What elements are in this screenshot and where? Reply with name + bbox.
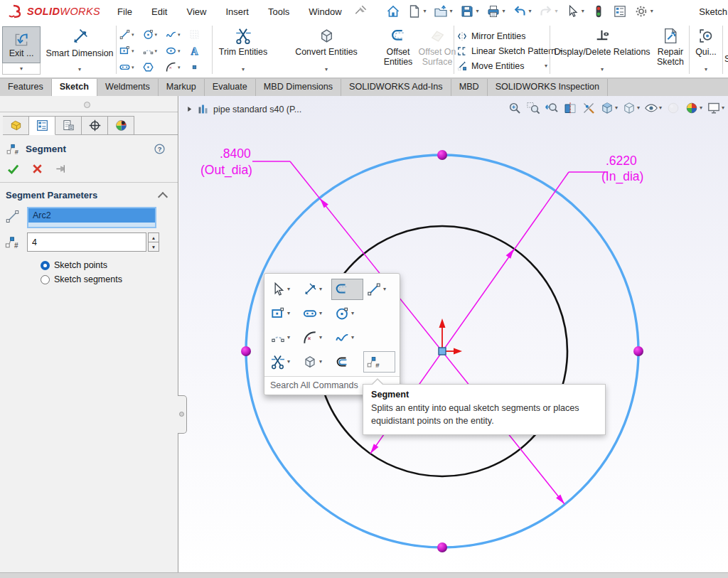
dropdown-arrow-icon[interactable]: ▾ bbox=[319, 359, 322, 365]
circle-tool-button[interactable]: ▾ bbox=[331, 303, 363, 324]
stepper-down-button[interactable]: ▼ bbox=[148, 242, 159, 252]
dynamic-annotation-views-button[interactable]: ▾ bbox=[580, 100, 597, 116]
circle-tool[interactable]: ▾ bbox=[142, 28, 166, 41]
dropdown-arrow-icon[interactable]: ▾ bbox=[615, 105, 618, 111]
offset-entities-tool-button[interactable]: ▾ bbox=[331, 279, 363, 300]
stepper-up-button[interactable]: ▲ bbox=[148, 232, 159, 242]
dropdown-arrow-icon[interactable]: ▾ bbox=[529, 9, 532, 14]
sketch-segments-radio[interactable]: Sketch segments bbox=[41, 274, 178, 284]
fillet-tool-button[interactable]: ▾ bbox=[299, 327, 331, 348]
section-view-button[interactable]: ▾ bbox=[562, 100, 579, 116]
insert-menu[interactable]: Insert bbox=[225, 6, 249, 17]
point-tool[interactable]: ▾ bbox=[188, 60, 212, 74]
ok-button[interactable] bbox=[6, 162, 20, 176]
slot-tool[interactable]: ▾ bbox=[119, 60, 142, 74]
display-delete-relations-dropdown[interactable]: ▾ bbox=[601, 67, 604, 74]
rectangle-tool-button[interactable]: ▾ bbox=[267, 303, 299, 324]
tab-sketch[interactable]: Sketch bbox=[52, 79, 97, 96]
file-menu[interactable]: File bbox=[117, 6, 132, 17]
text-tool[interactable]: A ▾ bbox=[188, 44, 212, 58]
previous-view-button[interactable]: ▾ bbox=[543, 100, 560, 116]
quick-snaps-button[interactable]: Qui... ▾ bbox=[691, 26, 721, 74]
undo-button[interactable]: ▾ bbox=[509, 3, 535, 20]
smart-dimension-tool-button[interactable]: ▾ bbox=[299, 279, 331, 300]
smart-dimension-dropdown[interactable]: ▾ bbox=[78, 67, 81, 74]
tab-features[interactable]: Features bbox=[0, 79, 52, 96]
print-button[interactable]: ▾ bbox=[483, 3, 509, 20]
rebuild-button[interactable]: ▾ bbox=[588, 3, 609, 20]
trim-entities-dropdown[interactable]: ▾ bbox=[242, 67, 245, 74]
dropdown-arrow-icon[interactable]: ▾ bbox=[132, 48, 134, 53]
quick-snaps-dropdown[interactable]: ▾ bbox=[705, 67, 707, 74]
dropdown-arrow-icon[interactable]: ▾ bbox=[178, 32, 181, 37]
expand-tree-icon[interactable] bbox=[186, 106, 193, 112]
arc-tool-button[interactable]: ▾ bbox=[267, 327, 299, 348]
dropdown-arrow-icon[interactable]: ▾ bbox=[287, 287, 290, 292]
feature-tree-flyout[interactable]: pipe standard s40 (P... bbox=[186, 103, 301, 115]
inner-diameter-name[interactable]: (In_dia) bbox=[601, 169, 643, 184]
apply-scene-button[interactable]: ▾ bbox=[683, 100, 704, 116]
exit-sketch-dropdown[interactable]: ▾ bbox=[2, 63, 41, 75]
dropdown-arrow-icon[interactable]: ▾ bbox=[287, 335, 290, 341]
spline-tool-button[interactable]: ▾ bbox=[331, 327, 363, 348]
move-entities-button[interactable]: Move Entities ▾ bbox=[456, 58, 547, 73]
exit-sketch-button[interactable]: Exit ... ▾ bbox=[2, 26, 41, 75]
segment-count-input[interactable] bbox=[27, 232, 146, 252]
line-tool[interactable]: ▾ bbox=[119, 28, 142, 41]
dropdown-arrow-icon[interactable]: ▾ bbox=[287, 359, 290, 365]
tab-solidworks-add-ins[interactable]: SOLIDWORKS Add-Ins bbox=[341, 79, 451, 96]
segment-parameters-section-header[interactable]: Segment Parameters bbox=[0, 183, 178, 205]
display-delete-relations-button[interactable]: Display/Delete Relations ▾ bbox=[552, 26, 653, 74]
view-settings-button[interactable]: ▾ bbox=[705, 100, 726, 116]
window-menu[interactable]: Window bbox=[309, 6, 341, 17]
line-tool-button[interactable]: ▾ bbox=[363, 279, 395, 300]
redo-button[interactable]: ▾ bbox=[535, 3, 562, 20]
dimxpertmanager-tab[interactable] bbox=[82, 116, 108, 135]
select-tool-button[interactable]: ▾ bbox=[267, 279, 299, 300]
save-button[interactable]: ▾ bbox=[456, 3, 483, 20]
dropdown-arrow-icon[interactable]: ▾ bbox=[319, 335, 322, 341]
graphics-viewport[interactable]: .8400 (Out_dia) .6220 (In_dia) pipe stan… bbox=[179, 96, 728, 572]
edit-menu[interactable]: Edit bbox=[151, 6, 167, 17]
cancel-button[interactable] bbox=[31, 162, 44, 176]
dropdown-arrow-icon[interactable]: ▾ bbox=[351, 335, 354, 341]
collapse-chevron-icon[interactable] bbox=[158, 191, 168, 201]
repair-sketch-button[interactable]: Repair Sketch bbox=[653, 26, 688, 74]
dropdown-arrow-icon[interactable]: ▾ bbox=[132, 32, 134, 37]
sketch-picture-tool[interactable]: ▾ bbox=[188, 28, 212, 41]
view-orientation-button[interactable]: ▾ bbox=[599, 100, 619, 116]
sketch-points-radio[interactable]: Sketch points bbox=[41, 260, 178, 270]
dropdown-arrow-icon[interactable]: ▾ bbox=[287, 311, 290, 316]
tab-markup[interactable]: Markup bbox=[159, 79, 205, 96]
featuremanager-tab[interactable] bbox=[3, 116, 29, 135]
view-menu[interactable]: View bbox=[186, 6, 206, 17]
dropdown-arrow-icon[interactable]: ▾ bbox=[476, 9, 479, 14]
dropdown-arrow-icon[interactable]: ▾ bbox=[178, 48, 181, 53]
dropdown-arrow-icon[interactable]: ▾ bbox=[545, 63, 547, 69]
tab-evaluate[interactable]: Evaluate bbox=[205, 79, 256, 96]
linear-sketch-pattern-button[interactable]: Linear Sketch Pattern ▾ bbox=[456, 43, 547, 58]
dropdown-arrow-icon[interactable]: ▾ bbox=[582, 9, 584, 14]
rectangle-tool[interactable]: ▾ bbox=[119, 44, 142, 58]
dropdown-arrow-icon[interactable]: ▾ bbox=[155, 32, 158, 37]
open-document-button[interactable]: ▾ bbox=[430, 3, 456, 20]
dropdown-arrow-icon[interactable]: ▾ bbox=[351, 311, 354, 316]
dropdown-arrow-icon[interactable]: ▾ bbox=[383, 287, 386, 292]
ellipse-tool[interactable]: ▾ bbox=[165, 44, 188, 58]
slot-tool-button[interactable]: ▾ bbox=[299, 303, 331, 324]
tab-weldments[interactable]: Weldments bbox=[97, 79, 159, 96]
display-style-button[interactable]: ▾ bbox=[621, 100, 641, 116]
tab-mbd-dimensions[interactable]: MBD Dimensions bbox=[256, 79, 341, 96]
tab-solidworks-inspection[interactable]: SOLIDWORKS Inspection bbox=[488, 79, 608, 96]
displaymanager-tab[interactable] bbox=[108, 116, 134, 135]
inner-diameter-dimension[interactable]: .6220 bbox=[606, 154, 637, 168]
fillet-tool[interactable]: ▾ bbox=[165, 60, 188, 74]
panel-collapse-handle[interactable] bbox=[178, 395, 187, 434]
outer-diameter-dimension[interactable]: .8400 bbox=[220, 146, 251, 161]
dropdown-arrow-icon[interactable]: ▾ bbox=[651, 9, 653, 14]
dropdown-arrow-icon[interactable]: ▾ bbox=[178, 65, 181, 70]
zoom-to-fit-button[interactable]: ▾ bbox=[506, 100, 523, 116]
offset-entities-button[interactable]: Offset Entities bbox=[380, 26, 417, 74]
dropdown-arrow-icon[interactable]: ▾ bbox=[155, 48, 158, 53]
pin-menu-icon[interactable] bbox=[354, 5, 367, 18]
